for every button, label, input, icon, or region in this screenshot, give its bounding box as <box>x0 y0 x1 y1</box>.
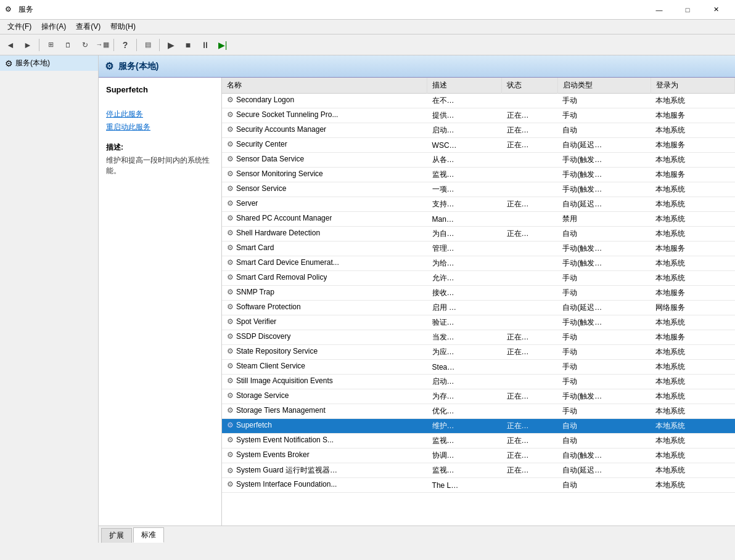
service-desc: 管理… <box>427 241 502 256</box>
gear-icon: ⚙ <box>227 406 234 415</box>
menu-bar: 文件(F) 操作(A) 查看(V) 帮助(H) <box>0 20 735 34</box>
table-row[interactable]: ⚙Security CenterWSC…正在…自动(延迟…本地服务 <box>222 138 735 153</box>
col-header-status[interactable]: 状态 <box>502 78 558 94</box>
menu-file[interactable]: 文件(F) <box>2 20 36 33</box>
table-row[interactable]: ⚙Shared PC Account ManagerMan…禁用本地系统 <box>222 212 735 227</box>
sidebar: ⚙ 服务(本地) <box>0 55 99 543</box>
maximize-button[interactable]: □ <box>673 0 702 20</box>
table-row[interactable]: ⚙Superfetch维护…正在…自动本地系统 <box>222 419 735 434</box>
table-row[interactable]: ⚙Sensor Service一项…手动(触发…本地系统 <box>222 182 735 197</box>
service-status: 正在… <box>502 448 558 463</box>
service-login: 本地系统 <box>651 182 734 197</box>
service-startup: 手动 <box>557 360 651 375</box>
service-name: Still Image Acquisition Events <box>236 376 333 385</box>
table-row[interactable]: ⚙Server支持…正在…自动(延迟…本地系统 <box>222 197 735 212</box>
properties-button[interactable]: ▤ <box>140 37 156 53</box>
close-button[interactable]: ✕ <box>702 0 730 20</box>
restart-button[interactable]: ▶| <box>215 37 231 53</box>
sidebar-item-local[interactable]: ⚙ 服务(本地) <box>0 55 98 71</box>
back-button[interactable]: ◄ <box>2 37 18 53</box>
restart-service-link[interactable]: 重启动此服务 <box>106 122 214 132</box>
tab-standard[interactable]: 标准 <box>133 527 164 543</box>
table-row[interactable]: ⚙System Event Notification S...监视…正在…自动本… <box>222 434 735 448</box>
gear-icon: ⚙ <box>227 229 234 237</box>
service-status <box>502 404 558 419</box>
info-panel: Superfetch 停止此服务 重启动此服务 描述: 维护和提高一段时间内的系… <box>99 78 222 526</box>
col-header-login[interactable]: 登录为 <box>651 78 734 94</box>
col-header-name[interactable]: 名称 <box>222 78 427 94</box>
tab-expand[interactable]: 扩展 <box>101 528 132 543</box>
service-status <box>502 375 558 389</box>
table-row[interactable]: ⚙Storage Tiers Management优化…手动本地系统 <box>222 404 735 419</box>
service-name: Smart Card Device Enumerat... <box>236 258 339 267</box>
table-row[interactable]: ⚙Steam Client ServiceStea…手动本地系统 <box>222 360 735 375</box>
table-row[interactable]: ⚙Spot Verifier验证…手动(触发…本地系统 <box>222 315 735 330</box>
service-name: Sensor Data Service <box>236 155 304 163</box>
table-row[interactable]: ⚙System Interface Foundation...The L…自动本… <box>222 478 735 493</box>
table-row[interactable]: ⚙Storage Service为存…正在…手动(触发…本地系统 <box>222 389 735 404</box>
service-startup: 自动(延迟… <box>557 138 651 153</box>
service-name: Sensor Service <box>236 184 286 193</box>
export-button[interactable]: →▦ <box>94 37 110 53</box>
gear-icon: ⚙ <box>227 155 234 163</box>
pause-button[interactable]: ⏸ <box>197 37 213 53</box>
service-login: 网络服务 <box>651 301 734 315</box>
menu-view[interactable]: 查看(V) <box>71 20 105 33</box>
service-desc: 启动… <box>427 123 502 138</box>
minimize-button[interactable]: — <box>645 0 673 20</box>
table-row[interactable]: ⚙Smart Card管理…手动(触发…本地服务 <box>222 241 735 256</box>
up-button[interactable]: ⊞ <box>43 37 59 53</box>
service-startup: 手动(触发… <box>557 153 651 168</box>
service-login: 本地服务 <box>651 138 734 153</box>
col-header-startup[interactable]: 启动类型 <box>557 78 651 94</box>
service-login: 本地服务 <box>651 108 734 123</box>
help-button[interactable]: ? <box>117 37 133 53</box>
gear-icon: ⚙ <box>227 466 234 475</box>
service-desc: 从各… <box>427 153 502 168</box>
table-row[interactable]: ⚙System Guard 运行时监视器…监视…正在…自动(延迟…本地系统 <box>222 463 735 478</box>
service-status: 正在… <box>502 197 558 212</box>
service-name: Storage Service <box>236 391 289 400</box>
forward-button[interactable]: ► <box>20 37 36 53</box>
gear-icon: ⚙ <box>227 480 234 489</box>
menu-action[interactable]: 操作(A) <box>36 20 71 33</box>
service-name: System Guard 运行时监视器… <box>236 465 337 476</box>
table-row[interactable]: ⚙Security Accounts Manager启动…正在…自动本地系统 <box>222 123 735 138</box>
table-row[interactable]: ⚙Sensor Monitoring Service监视…手动(触发…本地服务 <box>222 168 735 182</box>
table-row[interactable]: ⚙Smart Card Device Enumerat...为给…手动(触发…本… <box>222 256 735 271</box>
service-name: Sensor Monitoring Service <box>236 169 323 178</box>
title-bar: ⚙ 服务 — □ ✕ <box>0 0 735 20</box>
service-startup: 自动 <box>557 478 651 493</box>
col-header-desc[interactable]: 描述 <box>427 78 502 94</box>
service-startup: 手动(触发… <box>557 315 651 330</box>
menu-help[interactable]: 帮助(H) <box>105 20 141 33</box>
stop-button[interactable]: ■ <box>180 37 196 53</box>
table-row[interactable]: ⚙Smart Card Removal Policy允许…手动本地系统 <box>222 271 735 286</box>
show-hide-button[interactable]: 🗒 <box>60 37 76 53</box>
table-row[interactable]: ⚙SNMP Trap接收…手动本地服务 <box>222 286 735 301</box>
service-desc: 维护… <box>427 419 502 434</box>
service-login: 本地系统 <box>651 389 734 404</box>
table-row[interactable]: ⚙Shell Hardware Detection为自…正在…自动本地系统 <box>222 227 735 241</box>
table-row[interactable]: ⚙Secondary Logon在不…手动本地系统 <box>222 94 735 108</box>
stop-service-link[interactable]: 停止此服务 <box>106 109 214 120</box>
service-list-scroll[interactable]: 名称 描述 状态 启动类型 登录为 ⚙Secondary Logon在不…手动本… <box>222 78 735 526</box>
table-row[interactable]: ⚙Secure Socket Tunneling Pro...提供…正在…手动本… <box>222 108 735 123</box>
service-status: 正在… <box>502 419 558 434</box>
service-name: Shared PC Account Manager <box>236 214 332 222</box>
table-row[interactable]: ⚙System Events Broker协调…正在…自动(触发…本地系统 <box>222 448 735 463</box>
refresh-button[interactable]: ↻ <box>77 37 93 53</box>
gear-icon: ⚙ <box>5 59 13 68</box>
service-desc: The L… <box>427 478 502 493</box>
service-desc: 为自… <box>427 227 502 241</box>
content-header-label: 服务(本地) <box>118 61 158 72</box>
table-row[interactable]: ⚙SSDP Discovery当发…正在…手动本地服务 <box>222 330 735 345</box>
table-row[interactable]: ⚙Still Image Acquisition Events启动…手动本地系统 <box>222 375 735 389</box>
table-row[interactable]: ⚙Software Protection启用 …自动(延迟…网络服务 <box>222 301 735 315</box>
table-row[interactable]: ⚙State Repository Service为应…正在…手动本地系统 <box>222 345 735 360</box>
play-button[interactable]: ▶ <box>163 37 179 53</box>
service-login: 本地系统 <box>651 419 734 434</box>
table-row[interactable]: ⚙Sensor Data Service从各…手动(触发…本地系统 <box>222 153 735 168</box>
service-login: 本地系统 <box>651 360 734 375</box>
gear-icon: ⚙ <box>227 450 234 459</box>
